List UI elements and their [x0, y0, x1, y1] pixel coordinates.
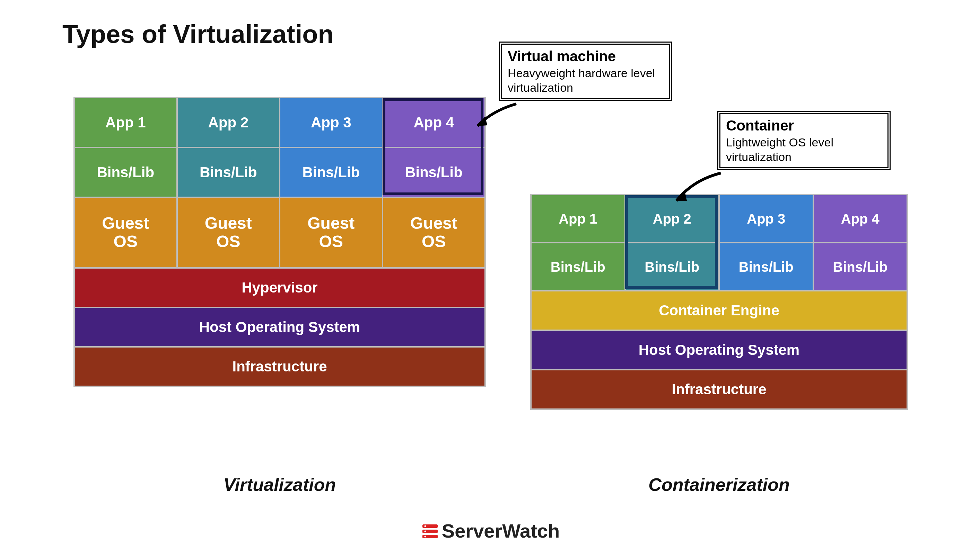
vm-guest-os-1: GuestOS: [75, 198, 176, 267]
containerization-stack: App 1 App 2 App 3 App 4 Bins/Lib Bins/Li…: [530, 194, 908, 410]
ct-callout: Container Lightweight OS level virtualiz…: [717, 111, 891, 170]
vm-app-1: App 1: [75, 98, 176, 147]
vm-bins-1: Bins/Lib: [75, 148, 176, 197]
vm-host-os: Host Operating System: [75, 308, 484, 346]
svg-point-7: [424, 536, 426, 538]
ct-bins-4: Bins/Lib: [814, 243, 907, 290]
ct-engine: Container Engine: [532, 292, 906, 330]
ct-infrastructure: Infrastructure: [532, 370, 906, 409]
vm-hypervisor: Hypervisor: [75, 269, 484, 307]
ct-bins-3: Bins/Lib: [720, 243, 813, 290]
virtualization-caption: Virtualization: [74, 474, 486, 495]
ct-app-2: App 2: [626, 195, 719, 242]
page-title: Types of Virtualization: [63, 20, 334, 49]
brand-name: ServerWatch: [442, 520, 560, 542]
vm-guest-os-3: GuestOS: [280, 198, 382, 267]
svg-point-5: [424, 525, 426, 527]
brand-logo: ServerWatch: [0, 520, 980, 544]
containerization-caption: Containerization: [530, 474, 908, 495]
ct-app-4: App 4: [814, 195, 907, 242]
ct-bins-1: Bins/Lib: [532, 243, 624, 290]
vm-app-4: App 4: [383, 98, 485, 147]
serverwatch-logo-icon: [420, 522, 440, 544]
vm-callout-subtitle: Heavyweight hardware level virtualizatio…: [508, 66, 664, 95]
vm-guest-os-2: GuestOS: [178, 198, 279, 267]
ct-app-3: App 3: [720, 195, 813, 242]
virtualization-stack: App 1 App 2 App 3 App 4 Bins/Lib Bins/Li…: [74, 97, 486, 387]
vm-bins-3: Bins/Lib: [280, 148, 382, 197]
vm-app-3: App 3: [280, 98, 382, 147]
vm-app-2: App 2: [178, 98, 279, 147]
ct-app-1: App 1: [532, 195, 624, 242]
ct-callout-title: Container: [726, 117, 882, 135]
vm-bins-2: Bins/Lib: [178, 148, 279, 197]
ct-callout-subtitle: Lightweight OS level virtualization: [726, 135, 882, 164]
ct-host-os: Host Operating System: [532, 331, 906, 369]
vm-callout: Virtual machine Heavyweight hardware lev…: [499, 41, 672, 101]
vm-infrastructure: Infrastructure: [75, 348, 484, 386]
vm-guest-os-4: GuestOS: [383, 198, 485, 267]
ct-bins-2: Bins/Lib: [626, 243, 719, 290]
svg-point-6: [424, 531, 426, 532]
vm-bins-4: Bins/Lib: [383, 148, 485, 197]
vm-callout-title: Virtual machine: [508, 48, 664, 66]
